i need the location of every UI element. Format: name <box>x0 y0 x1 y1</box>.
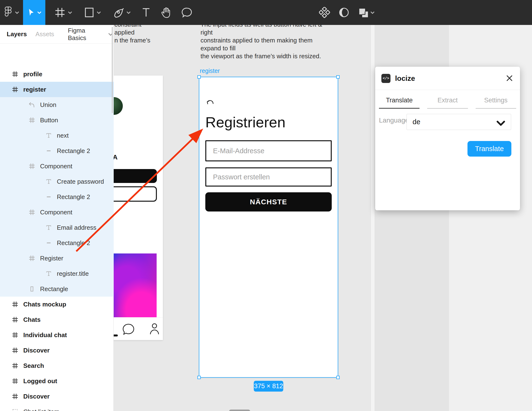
frame-tool-button[interactable] <box>51 0 76 25</box>
text-tool-icon <box>141 7 151 18</box>
frame-layer-icon <box>28 254 36 262</box>
language-value: de <box>413 118 420 126</box>
layer-row-rectangle[interactable]: Rectangle <box>0 281 114 297</box>
shape-tool-button[interactable] <box>80 0 105 25</box>
move-tool-button[interactable] <box>23 0 45 25</box>
chevron-down-icon <box>126 11 131 14</box>
language-select[interactable]: de <box>407 114 511 130</box>
tab-extract[interactable]: Extract <box>423 90 472 109</box>
tab-underline <box>476 108 516 109</box>
frame-layer-icon <box>11 300 19 308</box>
hand-tool-button[interactable] <box>158 0 175 25</box>
plugin-title: locize <box>395 74 415 83</box>
component-tools-button[interactable] <box>316 0 333 25</box>
frame-layer-icon <box>28 162 36 170</box>
register-title[interactable]: Registrieren <box>205 114 285 131</box>
layer-row-component[interactable]: Component <box>0 205 114 220</box>
page-selector-label: Figma Basics <box>68 27 105 42</box>
frame-layer-icon <box>11 392 19 401</box>
layer-label: Component <box>40 163 72 170</box>
layer-row-next[interactable]: next <box>0 128 114 143</box>
back-arrow-icon[interactable] <box>205 98 216 110</box>
component-icon <box>319 7 330 18</box>
translate-button[interactable]: Translate <box>467 141 511 157</box>
layer-row-chats-mockup[interactable]: Chats mockup <box>0 297 114 312</box>
hand-tool-icon <box>161 6 171 19</box>
layer-row-logged-out[interactable]: Logged out <box>0 373 114 389</box>
layer-row-search[interactable]: Search <box>0 358 114 373</box>
tab-translate[interactable]: Translate <box>375 90 423 109</box>
pen-tool-button[interactable] <box>110 0 134 25</box>
layer-row-chat-list-item[interactable]: Chat list item <box>0 404 114 411</box>
dash-layer-icon <box>45 147 53 155</box>
layer-row-create-password[interactable]: Create password <box>0 174 114 189</box>
layer-label: Search <box>23 362 44 370</box>
canvas-note-right: The input fields as well as button have … <box>200 21 330 60</box>
sidebar-header: Layers Assets Figma Basics <box>0 25 114 44</box>
layer-label: Component <box>40 209 72 216</box>
figma-menu-button[interactable] <box>0 0 23 25</box>
person-icon[interactable] <box>148 322 161 337</box>
layer-row-rectangle-2[interactable]: Rectangle 2 <box>0 235 114 251</box>
close-icon[interactable] <box>506 74 513 82</box>
text-layer-icon <box>45 177 53 186</box>
plugin-tabs: Translate Extract Settings <box>375 90 520 109</box>
layer-row-discover[interactable]: Discover <box>0 389 114 404</box>
layer-row-profile[interactable]: profile <box>0 66 114 82</box>
sidebar-scrollbar[interactable] <box>112 27 113 113</box>
email-field[interactable] <box>205 140 332 161</box>
figma-logo-icon <box>3 6 13 19</box>
frame-layer-icon <box>11 85 19 93</box>
layer-row-register.title[interactable]: register.title <box>0 266 114 281</box>
chevron-down-icon <box>96 11 102 14</box>
layer-label: Rectangle 2 <box>57 193 90 201</box>
tab-extract-label: Extract <box>437 97 458 104</box>
layer-row-union[interactable]: Union <box>0 97 114 112</box>
frame-layer-icon <box>11 362 19 370</box>
frame-name-label[interactable]: register <box>200 67 220 74</box>
layer-label: Email address <box>57 224 96 231</box>
layer-row-register[interactable]: register <box>0 82 114 97</box>
mask-button[interactable] <box>335 0 352 25</box>
layer-row-button[interactable]: Button <box>0 112 114 128</box>
tab-settings[interactable]: Settings <box>472 90 520 109</box>
layer-row-email-address[interactable]: Email address <box>0 220 114 235</box>
mask-icon <box>339 7 349 18</box>
frame-layer-icon <box>11 346 19 355</box>
comment-tool-button[interactable] <box>178 0 196 25</box>
tab-layers[interactable]: Layers <box>7 30 27 38</box>
layer-row-discover[interactable]: Discover <box>0 343 114 358</box>
frame-layer-icon <box>28 208 36 216</box>
locize-plugin-panel: </> locize Translate Extract Settings La… <box>375 67 520 210</box>
layer-row-rectangle-2[interactable]: Rectangle 2 <box>0 189 114 205</box>
layer-row-register[interactable]: Register <box>0 251 114 266</box>
chevron-down-icon <box>14 11 20 14</box>
chat-bubble-icon[interactable] <box>122 322 136 338</box>
layer-label: Chats mockup <box>23 301 66 308</box>
tab-assets[interactable]: Assets <box>36 30 54 38</box>
toolbar <box>0 0 532 25</box>
frame-tool-icon <box>54 7 66 19</box>
layer-label: profile <box>23 71 42 78</box>
frame-layer-icon <box>11 70 19 78</box>
layer-row-individual-chat[interactable]: Individual chat <box>0 327 114 343</box>
text-layer-icon <box>45 224 53 232</box>
boolean-group-button[interactable] <box>354 0 379 25</box>
layer-row-chats[interactable]: Chats <box>0 312 114 327</box>
layer-label: Discover <box>23 393 50 400</box>
size-badge: 375 × 812 <box>254 381 283 392</box>
rectangle-tool-icon <box>84 7 95 19</box>
text-tool-button[interactable] <box>138 0 154 25</box>
next-button[interactable]: NÄCHSTE <box>205 192 332 212</box>
offscreen-frame-edge <box>229 410 250 411</box>
page-selector[interactable]: Figma Basics <box>68 27 114 42</box>
layer-row-component[interactable]: Component <box>0 159 114 174</box>
register-frame[interactable]: Registrieren NÄCHSTE <box>199 77 338 377</box>
layer-label: Register <box>40 255 63 262</box>
layer-label: Union <box>40 101 56 109</box>
tab-underline <box>427 108 468 109</box>
layer-label: Rectangle 2 <box>57 147 90 155</box>
layer-row-rectangle-2[interactable]: Rectangle 2 <box>0 143 114 159</box>
frame-layer-icon <box>28 116 36 124</box>
password-field[interactable] <box>205 167 332 187</box>
